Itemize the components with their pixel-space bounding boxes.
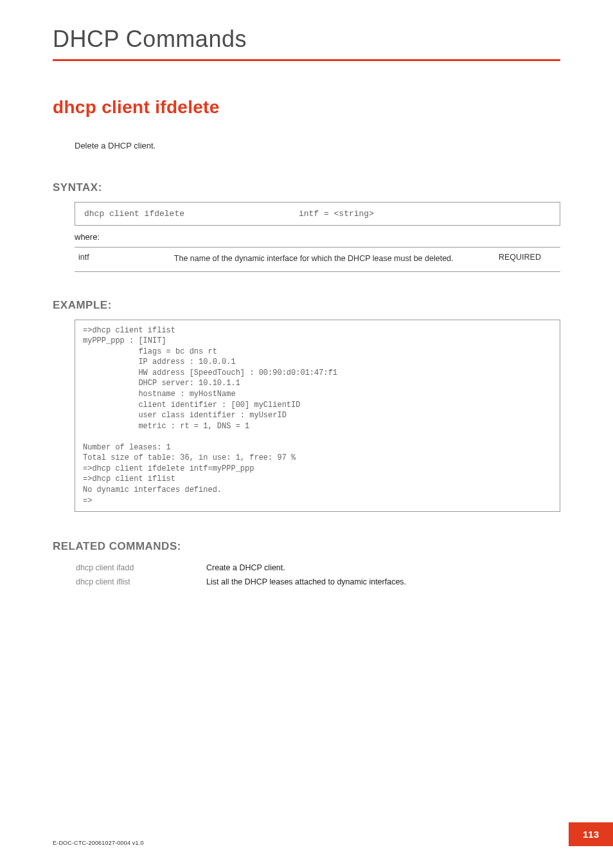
where-label: where: [75, 232, 560, 242]
syntax-box: dhcp client ifdelete intf = <string> [75, 202, 560, 226]
doc-id: E-DOC-CTC-20061027-0004 v1.0 [53, 840, 144, 846]
related-row: dhcp client ifadd Create a DHCP client. [75, 561, 560, 575]
page-number: 113 [569, 822, 613, 846]
header-rule [53, 59, 560, 61]
page-header-title: DHCP Commands [53, 26, 560, 53]
related-cmd: dhcp client iflist [76, 577, 206, 586]
syntax-command: dhcp client ifdelete [84, 209, 299, 219]
command-description: Delete a DHCP client. [75, 141, 560, 150]
example-box: =>dhcp client iflist myPPP_ppp : [INIT] … [75, 320, 560, 512]
param-desc: The name of the dynamic interface for wh… [174, 253, 499, 265]
related-desc: Create a DHCP client. [206, 563, 559, 572]
example-label: EXAMPLE: [53, 299, 560, 312]
related-desc: List all the DHCP leases attached to dyn… [206, 577, 559, 586]
param-required: REQUIRED [499, 253, 556, 265]
related-row: dhcp client iflist List all the DHCP lea… [75, 575, 560, 589]
command-title: dhcp client ifdelete [53, 97, 560, 118]
page-footer: E-DOC-CTC-20061027-0004 v1.0 113 [53, 822, 613, 846]
related-cmd: dhcp client ifadd [76, 563, 206, 572]
param-row: intf The name of the dynamic interface f… [75, 247, 560, 272]
related-commands-table: dhcp client ifadd Create a DHCP client. … [75, 561, 560, 589]
syntax-label: SYNTAX: [53, 181, 560, 194]
param-name: intf [78, 253, 174, 265]
syntax-args: intf = <string> [299, 209, 551, 219]
related-label: RELATED COMMANDS: [53, 540, 560, 553]
